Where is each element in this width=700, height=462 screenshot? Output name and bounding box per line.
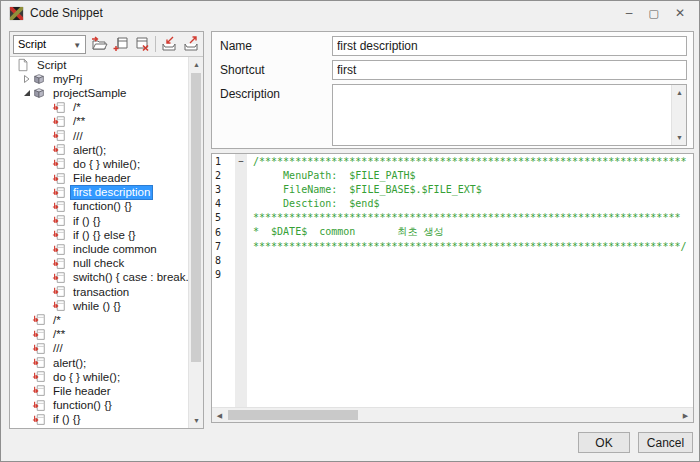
editor-hscrollbar-thumb[interactable] <box>228 410 358 420</box>
snippet-properties-panel: Name Shortcut Description ▲ ▼ <box>211 31 694 149</box>
maximize-button[interactable]: ▢ <box>649 8 659 19</box>
tree-item[interactable]: include common <box>10 242 188 256</box>
scroll-up-icon[interactable]: ▲ <box>189 57 203 72</box>
snippet-icon <box>52 271 66 285</box>
toolbar-separator <box>155 36 156 52</box>
tree-item[interactable]: File header <box>10 172 188 186</box>
scroll-down-icon[interactable]: ▼ <box>189 413 203 428</box>
tree-scrollbar-thumb[interactable] <box>191 73 201 362</box>
snippet-icon <box>52 299 66 313</box>
import-icon[interactable] <box>161 35 178 53</box>
tree-item[interactable]: /// <box>10 342 188 356</box>
snippet-icon <box>52 257 66 271</box>
tree-item[interactable]: /** <box>10 328 188 342</box>
tree-item[interactable]: alert(); <box>10 356 188 370</box>
snippet-icon <box>52 101 66 115</box>
snippet-icon <box>52 157 66 171</box>
fold-collapse-icon[interactable]: − <box>235 156 247 166</box>
code-line: FileName: $FILE_BASE$.$FILE_EXT$ <box>247 184 482 195</box>
tree-item[interactable]: Script <box>10 58 188 72</box>
editor-text-area[interactable]: 1−/*************************************… <box>212 154 693 407</box>
tree-item-label: /** <box>70 115 88 128</box>
tree-item-label: switch() { case : break... <box>70 271 198 284</box>
editor-hscrollbar[interactable]: ◀ ▶ <box>212 407 693 422</box>
line-number: 3 <box>212 184 235 195</box>
shortcut-input[interactable] <box>332 60 687 80</box>
minimize-button[interactable]: – <box>626 7 633 19</box>
tree-item-label: function() {} <box>70 200 135 213</box>
snippet-icon <box>52 186 66 200</box>
snippet-icon <box>32 356 46 370</box>
tree-item[interactable]: transaction <box>10 285 188 299</box>
tree-item[interactable]: while () {} <box>10 299 188 313</box>
tree-item[interactable]: do { } while(); <box>10 157 188 171</box>
tree-item[interactable]: if () {} <box>10 413 188 427</box>
ok-button[interactable]: OK <box>578 432 630 453</box>
name-input[interactable] <box>332 36 687 56</box>
tree-item-label: while () {} <box>70 300 124 313</box>
tree-item-label: do { } while(); <box>50 371 123 384</box>
snippet-icon <box>52 172 66 186</box>
tree-item[interactable]: if () {} <box>10 214 188 228</box>
cancel-button[interactable]: Cancel <box>638 432 693 453</box>
description-textarea[interactable]: ▲ ▼ <box>332 84 687 146</box>
tree-item[interactable]: do { } while(); <box>10 370 188 384</box>
chevron-down-icon: ▼ <box>73 41 81 50</box>
line-number: 1 <box>212 156 235 167</box>
tree-item[interactable]: /* <box>10 101 188 115</box>
delete-snippet-icon[interactable] <box>134 35 150 53</box>
tree-item[interactable]: /// <box>10 129 188 143</box>
description-label: Description <box>220 84 332 146</box>
titlebar[interactable]: Code Snippet – ▢ ✕ <box>1 1 699 25</box>
tree-item[interactable]: null check <box>10 257 188 271</box>
project-icon <box>32 72 46 86</box>
tree-expand-icon[interactable] <box>22 75 32 83</box>
code-snippet-dialog: Code Snippet – ▢ ✕ Script ▼ <box>0 0 700 462</box>
tree-item[interactable]: alert(); <box>10 143 188 157</box>
tree-item[interactable]: if () {} else {} <box>10 228 188 242</box>
scroll-up-icon[interactable]: ▲ <box>672 85 687 100</box>
tree-item-label: myPrj <box>50 73 85 86</box>
tree-item-label: /* <box>70 101 84 114</box>
tree-item[interactable]: /** <box>10 115 188 129</box>
scroll-down-icon[interactable]: ▼ <box>672 130 687 145</box>
tree-item-label: /// <box>50 342 66 355</box>
tree-item-label: include common <box>70 243 160 256</box>
close-button[interactable]: ✕ <box>675 7 685 19</box>
tree-item-label: alert(); <box>50 357 89 370</box>
scroll-left-icon[interactable]: ◀ <box>212 408 227 423</box>
tree-scrollbar[interactable]: ▲ ▼ <box>188 57 203 428</box>
new-snippet-icon[interactable] <box>113 35 129 53</box>
tree-collapse-icon[interactable] <box>22 89 32 97</box>
tree-item[interactable]: function() {} <box>10 200 188 214</box>
line-number: 7 <box>212 241 235 252</box>
tree-item[interactable]: function() {} <box>10 399 188 413</box>
tree-item[interactable]: projectSample <box>10 86 188 100</box>
tree-item[interactable]: first description <box>10 186 188 200</box>
line-number: 2 <box>212 170 235 181</box>
open-folder-icon[interactable] <box>91 35 108 53</box>
line-number: 4 <box>212 198 235 209</box>
tree-item-label: if () {} else {} <box>70 229 139 242</box>
tree-item-label: null check <box>70 257 127 270</box>
window-title: Code Snippet <box>30 6 103 20</box>
tree-item-label: Script <box>34 59 69 72</box>
scope-dropdown[interactable]: Script ▼ <box>13 35 86 54</box>
tree-item-label: File header <box>70 172 134 185</box>
snippet-icon <box>32 384 46 398</box>
tree-item[interactable]: File header <box>10 384 188 398</box>
tree-item[interactable]: myPrj <box>10 72 188 86</box>
tree-item[interactable]: /* <box>10 313 188 327</box>
scope-dropdown-value: Script <box>18 38 46 50</box>
snippet-code-editor[interactable]: 1−/*************************************… <box>211 153 694 423</box>
tree-item-label: function() {} <box>50 399 115 412</box>
snippet-toolbar: Script ▼ <box>10 32 203 57</box>
export-icon[interactable] <box>183 35 200 53</box>
scroll-right-icon[interactable]: ▶ <box>678 408 693 423</box>
tree-item-label: if () {} <box>70 215 103 228</box>
description-scrollbar[interactable]: ▲ ▼ <box>671 85 686 145</box>
snippet-icon <box>32 328 46 342</box>
tree-item[interactable]: switch() { case : break... <box>10 271 188 285</box>
snippet-icon <box>52 243 66 257</box>
snippet-icon <box>32 413 46 427</box>
